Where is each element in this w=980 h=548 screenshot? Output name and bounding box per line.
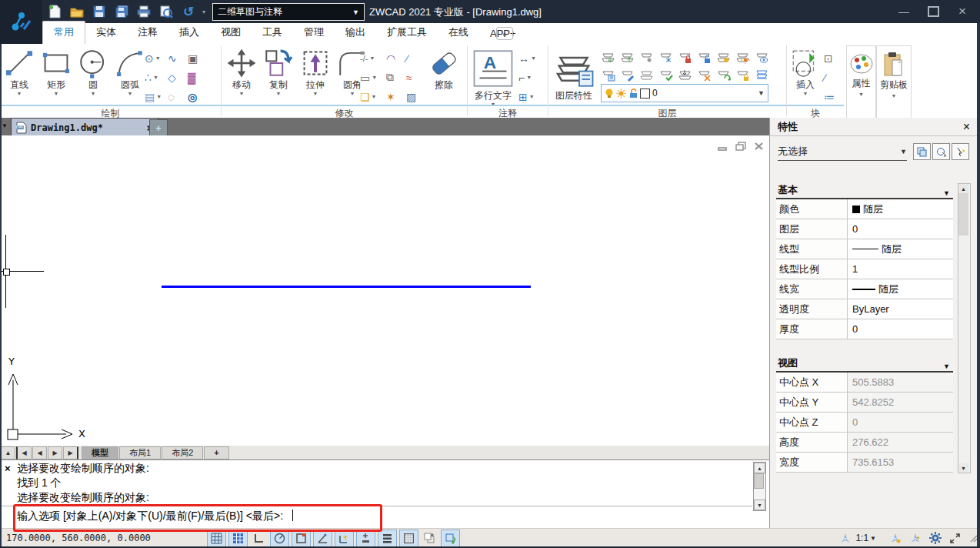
line-entity[interactable]	[162, 286, 531, 288]
scroll-thumb[interactable]	[958, 193, 968, 236]
new-document-tab-button[interactable]: +	[149, 119, 168, 137]
minimize-icon[interactable]: —	[889, 0, 918, 23]
layer-merge-icon[interactable]	[678, 69, 697, 82]
tab-view[interactable]: 视图	[210, 22, 252, 44]
cycle-select-toggle[interactable]	[421, 530, 438, 546]
polyline-icon[interactable]: ◇	[168, 72, 188, 84]
annotation-scale-value[interactable]: 1:1	[855, 533, 868, 543]
explode-icon[interactable]: ✶	[386, 91, 406, 103]
line-button[interactable]: 直线▼	[3, 47, 35, 96]
layer-sun-icon[interactable]	[735, 52, 755, 64]
layer-bulb-icon[interactable]	[716, 52, 735, 64]
tab-layout1[interactable]: 布局1	[119, 446, 161, 459]
break-icon[interactable]: -/-▼	[360, 54, 386, 63]
offset-icon[interactable]: ▭▼	[360, 72, 386, 84]
tab-express[interactable]: 扩展工具	[376, 22, 438, 44]
drawing-canvas[interactable]: Y X	[2, 135, 768, 446]
layer-on-icon[interactable]	[620, 52, 639, 64]
tab-annotate[interactable]: 注释	[127, 22, 168, 44]
mdi-minimize-icon[interactable]	[717, 142, 728, 151]
save-icon[interactable]	[91, 3, 108, 20]
layer-off-icon[interactable]	[601, 52, 620, 64]
layer-lock-icon[interactable]	[678, 52, 697, 64]
edit-hatch-icon[interactable]: ▨	[406, 91, 426, 103]
property-row-linetype[interactable]: 线型 随层	[776, 239, 953, 259]
mdi-close-icon[interactable]	[754, 142, 764, 151]
edit-spline-icon[interactable]: ≈	[406, 72, 426, 84]
workspace-selector[interactable]: 二维草图与注释 ▼	[212, 3, 365, 21]
undo-dropdown-icon[interactable]: ▾	[202, 8, 205, 15]
layer-properties-button[interactable]: 图层特性	[552, 47, 595, 101]
mtext-button[interactable]: A 多行文字▼	[472, 47, 515, 107]
point-icon[interactable]: ∴▼	[145, 72, 168, 84]
circle-center-icon[interactable]: ⊙▼	[145, 52, 168, 65]
doc-tab-overflow-icon[interactable]: ▼	[2, 122, 8, 129]
property-row-thickness[interactable]: 厚度 0	[776, 319, 953, 339]
scroll-up-icon[interactable]: ▲	[958, 184, 968, 193]
hatch-icon[interactable]: ▓	[188, 72, 208, 84]
command-scrollbar[interactable]: ▲ ▼	[753, 462, 766, 511]
region-icon[interactable]: ▣	[188, 52, 208, 65]
document-tab[interactable]: DWG Drawing1.dwg* ×	[11, 118, 158, 137]
plot-preview-icon[interactable]	[158, 3, 175, 20]
create-block-icon[interactable]: ⊡	[824, 52, 842, 65]
layer-unlock-icon[interactable]	[697, 52, 716, 64]
stretch-button[interactable]: 拉伸▼	[299, 47, 332, 96]
tab-tools[interactable]: 工具	[252, 22, 293, 44]
close-icon[interactable]: ×	[948, 0, 977, 23]
clipboard-button[interactable]: 剪贴板▼	[876, 45, 912, 122]
layer-isolate-icon[interactable]	[639, 52, 658, 64]
transparency-toggle[interactable]	[399, 530, 418, 547]
layer-prev-icon[interactable]	[639, 69, 658, 82]
copy-button[interactable]: 复制▼	[262, 47, 295, 96]
edit-block-icon[interactable]: ∕	[824, 72, 842, 84]
associative-move-toggle[interactable]	[441, 530, 460, 547]
arc-button[interactable]: 圆弧▼	[114, 47, 146, 96]
fullscreen-icon[interactable]	[946, 530, 964, 546]
tab-layout2[interactable]: 布局2	[162, 446, 203, 459]
table-icon[interactable]: ⊞▼	[518, 91, 545, 103]
attributes-icon[interactable]: ≔	[824, 91, 842, 103]
tab-home[interactable]: 常用	[42, 21, 85, 44]
properties-close-icon[interactable]: ×	[963, 120, 970, 134]
show-lineweight-toggle[interactable]	[378, 530, 397, 547]
insert-button[interactable]: 插入▼	[789, 47, 822, 96]
revision-cloud-icon[interactable]: ◌	[168, 91, 188, 103]
leader-icon[interactable]: ⌐▼	[518, 72, 545, 84]
scroll-down-icon[interactable]: ▼	[958, 463, 968, 473]
ortho-toggle[interactable]	[250, 530, 268, 546]
dimension-icon[interactable]: ↔▼	[518, 52, 545, 65]
property-row-layer[interactable]: 图层 0	[776, 219, 953, 239]
quick-select-icon[interactable]	[952, 143, 969, 160]
command-window-close-icon[interactable]: ×	[5, 463, 11, 474]
tab-solid[interactable]: 实体	[85, 22, 127, 44]
last-layout-icon[interactable]: ▶	[63, 446, 78, 459]
layer-visibility-icon[interactable]	[755, 52, 774, 64]
spline-icon[interactable]: ∿	[168, 52, 188, 65]
tab-model[interactable]: 模型	[82, 446, 118, 459]
layout-menu-icon[interactable]: ▲	[1, 446, 15, 459]
tab-manage[interactable]: 管理	[293, 22, 335, 44]
property-row-transparency[interactable]: 透明度 ByLayer	[776, 299, 953, 319]
edit-polyline-icon[interactable]: ∕	[406, 52, 426, 65]
layer-walk-icon[interactable]	[755, 69, 774, 82]
add-layout-button[interactable]: +	[204, 446, 228, 459]
app-logo-icon[interactable]	[0, 0, 42, 44]
tab-output[interactable]: 输出	[335, 22, 376, 44]
properties-scrollbar[interactable]: ▲ ▼	[958, 183, 971, 473]
join-icon[interactable]: ◠	[386, 52, 406, 65]
ribbon-collapse-icon[interactable]: ▲	[496, 27, 513, 40]
tab-insert[interactable]: 插入	[168, 22, 210, 44]
layer-freeze-icon[interactable]	[658, 52, 678, 64]
tab-online[interactable]: 在线	[438, 22, 479, 44]
annotation-visibility-icon[interactable]	[886, 530, 904, 546]
print-icon[interactable]	[135, 3, 152, 20]
layer-delete-icon[interactable]	[697, 69, 716, 82]
section-view-header[interactable]: 视图 ▼	[776, 356, 953, 373]
property-row-color[interactable]: 颜色 随层	[776, 199, 953, 219]
prev-layout-icon[interactable]: ◀	[32, 446, 47, 459]
gradient-icon[interactable]: ▤▼	[145, 91, 168, 103]
layer-lock-current-icon[interactable]	[735, 69, 755, 82]
save-all-icon[interactable]	[113, 3, 130, 20]
auto-annotation-icon[interactable]	[906, 530, 924, 546]
